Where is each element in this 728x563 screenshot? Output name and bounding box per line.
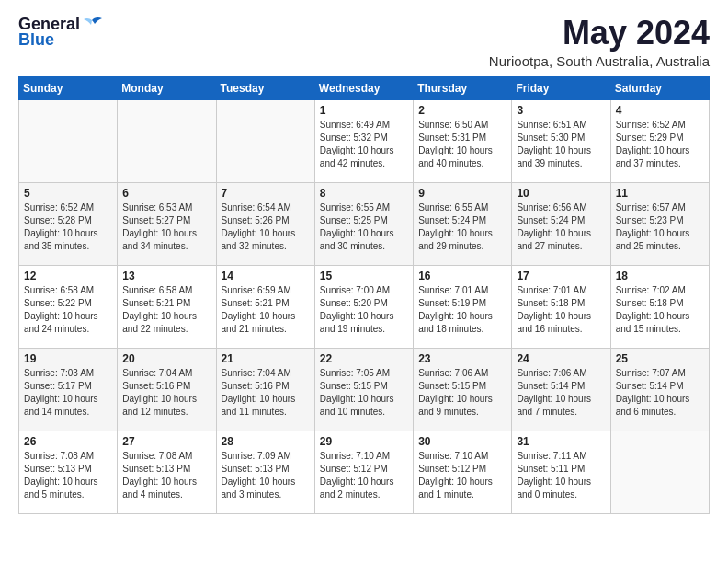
calendar-cell: 17Sunrise: 7:01 AM Sunset: 5:18 PM Dayli… xyxy=(512,265,610,348)
calendar-cell xyxy=(19,99,118,182)
cell-daylight-info: Sunrise: 7:10 AM Sunset: 5:12 PM Dayligh… xyxy=(418,450,506,501)
cell-daylight-info: Sunrise: 6:58 AM Sunset: 5:22 PM Dayligh… xyxy=(24,284,112,336)
cell-daylight-info: Sunrise: 6:56 AM Sunset: 5:24 PM Dayligh… xyxy=(517,201,605,253)
cell-daylight-info: Sunrise: 6:58 AM Sunset: 5:21 PM Dayligh… xyxy=(122,284,210,336)
calendar-cell: 5Sunrise: 6:52 AM Sunset: 5:28 PM Daylig… xyxy=(19,182,118,265)
day-number: 1 xyxy=(320,104,408,117)
title-block: May 2024 Nuriootpa, South Australia, Aus… xyxy=(489,15,710,69)
calendar-cell: 7Sunrise: 6:54 AM Sunset: 5:26 PM Daylig… xyxy=(216,182,314,265)
cell-daylight-info: Sunrise: 6:49 AM Sunset: 5:32 PM Dayligh… xyxy=(320,119,408,170)
calendar-cell: 29Sunrise: 7:10 AM Sunset: 5:12 PM Dayli… xyxy=(314,431,413,513)
day-number: 25 xyxy=(616,352,704,365)
calendar-cell: 30Sunrise: 7:10 AM Sunset: 5:12 PM Dayli… xyxy=(414,431,512,513)
day-header-wednesday: Wednesday xyxy=(314,76,413,99)
cell-daylight-info: Sunrise: 7:09 AM Sunset: 5:13 PM Dayligh… xyxy=(222,450,310,501)
day-number: 23 xyxy=(418,352,506,365)
day-header-friday: Friday xyxy=(512,76,610,99)
calendar-cell: 6Sunrise: 6:53 AM Sunset: 5:27 PM Daylig… xyxy=(118,182,216,265)
day-number: 6 xyxy=(122,187,210,200)
cell-daylight-info: Sunrise: 6:59 AM Sunset: 5:21 PM Dayligh… xyxy=(222,284,310,336)
day-number: 21 xyxy=(222,352,310,365)
cell-daylight-info: Sunrise: 6:57 AM Sunset: 5:23 PM Dayligh… xyxy=(616,201,704,253)
day-number: 12 xyxy=(24,270,112,282)
day-header-sunday: Sunday xyxy=(19,76,118,99)
calendar-cell: 15Sunrise: 7:00 AM Sunset: 5:20 PM Dayli… xyxy=(314,265,413,348)
calendar-cell: 22Sunrise: 7:05 AM Sunset: 5:15 PM Dayli… xyxy=(314,348,413,431)
calendar-cell: 9Sunrise: 6:55 AM Sunset: 5:24 PM Daylig… xyxy=(414,182,512,265)
cell-daylight-info: Sunrise: 7:10 AM Sunset: 5:12 PM Dayligh… xyxy=(320,450,408,501)
day-header-monday: Monday xyxy=(118,76,216,99)
cell-daylight-info: Sunrise: 7:01 AM Sunset: 5:18 PM Dayligh… xyxy=(517,284,605,336)
calendar-week-row: 26Sunrise: 7:08 AM Sunset: 5:13 PM Dayli… xyxy=(19,431,710,513)
calendar-table: SundayMondayTuesdayWednesdayThursdayFrid… xyxy=(18,76,710,514)
day-number: 3 xyxy=(517,104,605,117)
calendar-cell: 31Sunrise: 7:11 AM Sunset: 5:11 PM Dayli… xyxy=(512,431,610,513)
cell-daylight-info: Sunrise: 7:07 AM Sunset: 5:14 PM Dayligh… xyxy=(616,367,704,419)
day-header-saturday: Saturday xyxy=(610,76,709,99)
day-number: 4 xyxy=(616,104,704,117)
calendar-cell: 3Sunrise: 6:51 AM Sunset: 5:30 PM Daylig… xyxy=(512,99,610,182)
day-number: 15 xyxy=(320,270,408,282)
cell-daylight-info: Sunrise: 6:51 AM Sunset: 5:30 PM Dayligh… xyxy=(517,119,605,170)
calendar-cell: 4Sunrise: 6:52 AM Sunset: 5:29 PM Daylig… xyxy=(610,99,709,182)
cell-daylight-info: Sunrise: 6:50 AM Sunset: 5:31 PM Dayligh… xyxy=(418,119,506,170)
calendar-cell: 24Sunrise: 7:06 AM Sunset: 5:14 PM Dayli… xyxy=(512,348,610,431)
day-number: 11 xyxy=(616,187,704,200)
cell-daylight-info: Sunrise: 7:02 AM Sunset: 5:18 PM Dayligh… xyxy=(616,284,704,336)
day-number: 22 xyxy=(320,352,408,365)
cell-daylight-info: Sunrise: 6:52 AM Sunset: 5:29 PM Dayligh… xyxy=(616,119,704,170)
day-number: 28 xyxy=(222,435,310,448)
day-number: 16 xyxy=(418,270,506,282)
cell-daylight-info: Sunrise: 7:08 AM Sunset: 5:13 PM Dayligh… xyxy=(122,450,210,501)
cell-daylight-info: Sunrise: 7:01 AM Sunset: 5:19 PM Dayligh… xyxy=(418,284,506,336)
day-number: 5 xyxy=(24,187,112,200)
calendar-cell xyxy=(118,99,216,182)
cell-daylight-info: Sunrise: 7:03 AM Sunset: 5:17 PM Dayligh… xyxy=(24,367,112,419)
calendar-cell: 13Sunrise: 6:58 AM Sunset: 5:21 PM Dayli… xyxy=(118,265,216,348)
day-number: 8 xyxy=(320,187,408,200)
calendar-cell: 2Sunrise: 6:50 AM Sunset: 5:31 PM Daylig… xyxy=(414,99,512,182)
day-number: 14 xyxy=(222,270,310,282)
cell-daylight-info: Sunrise: 6:53 AM Sunset: 5:27 PM Dayligh… xyxy=(122,201,210,253)
header: General Blue May 2024 Nuriootpa, South A… xyxy=(18,15,710,69)
calendar-cell: 27Sunrise: 7:08 AM Sunset: 5:13 PM Dayli… xyxy=(118,431,216,513)
calendar-cell: 19Sunrise: 7:03 AM Sunset: 5:17 PM Dayli… xyxy=(19,348,118,431)
calendar-week-row: 5Sunrise: 6:52 AM Sunset: 5:28 PM Daylig… xyxy=(19,182,710,265)
logo-blue-text: Blue xyxy=(18,30,54,50)
day-number: 26 xyxy=(24,435,112,448)
calendar-cell: 20Sunrise: 7:04 AM Sunset: 5:16 PM Dayli… xyxy=(118,348,216,431)
logo: General Blue xyxy=(18,15,102,50)
calendar-cell: 21Sunrise: 7:04 AM Sunset: 5:16 PM Dayli… xyxy=(216,348,314,431)
day-number: 17 xyxy=(517,270,605,282)
cell-daylight-info: Sunrise: 7:08 AM Sunset: 5:13 PM Dayligh… xyxy=(24,450,112,501)
calendar-week-row: 12Sunrise: 6:58 AM Sunset: 5:22 PM Dayli… xyxy=(19,265,710,348)
calendar-cell: 26Sunrise: 7:08 AM Sunset: 5:13 PM Dayli… xyxy=(19,431,118,513)
calendar-cell: 12Sunrise: 6:58 AM Sunset: 5:22 PM Dayli… xyxy=(19,265,118,348)
calendar-cell: 10Sunrise: 6:56 AM Sunset: 5:24 PM Dayli… xyxy=(512,182,610,265)
day-header-thursday: Thursday xyxy=(414,76,512,99)
day-number: 29 xyxy=(320,435,408,448)
cell-daylight-info: Sunrise: 7:04 AM Sunset: 5:16 PM Dayligh… xyxy=(122,367,210,419)
calendar-header-row: SundayMondayTuesdayWednesdayThursdayFrid… xyxy=(19,76,710,99)
cell-daylight-info: Sunrise: 7:04 AM Sunset: 5:16 PM Dayligh… xyxy=(222,367,310,419)
calendar-cell: 1Sunrise: 6:49 AM Sunset: 5:32 PM Daylig… xyxy=(314,99,413,182)
calendar-cell: 16Sunrise: 7:01 AM Sunset: 5:19 PM Dayli… xyxy=(414,265,512,348)
location-subtitle: Nuriootpa, South Australia, Australia xyxy=(489,53,710,69)
cell-daylight-info: Sunrise: 7:11 AM Sunset: 5:11 PM Dayligh… xyxy=(517,450,605,501)
calendar-week-row: 19Sunrise: 7:03 AM Sunset: 5:17 PM Dayli… xyxy=(19,348,710,431)
day-number: 9 xyxy=(418,187,506,200)
day-number: 20 xyxy=(122,352,210,365)
cell-daylight-info: Sunrise: 6:54 AM Sunset: 5:26 PM Dayligh… xyxy=(222,201,310,253)
calendar-cell xyxy=(610,431,709,513)
cell-daylight-info: Sunrise: 7:06 AM Sunset: 5:15 PM Dayligh… xyxy=(418,367,506,419)
day-number: 31 xyxy=(517,435,605,448)
logo-bird-icon xyxy=(82,17,102,33)
calendar-cell: 23Sunrise: 7:06 AM Sunset: 5:15 PM Dayli… xyxy=(414,348,512,431)
calendar-cell: 8Sunrise: 6:55 AM Sunset: 5:25 PM Daylig… xyxy=(314,182,413,265)
day-number: 24 xyxy=(517,352,605,365)
cell-daylight-info: Sunrise: 7:06 AM Sunset: 5:14 PM Dayligh… xyxy=(517,367,605,419)
calendar-cell: 14Sunrise: 6:59 AM Sunset: 5:21 PM Dayli… xyxy=(216,265,314,348)
cell-daylight-info: Sunrise: 7:05 AM Sunset: 5:15 PM Dayligh… xyxy=(320,367,408,419)
calendar-week-row: 1Sunrise: 6:49 AM Sunset: 5:32 PM Daylig… xyxy=(19,99,710,182)
day-number: 19 xyxy=(24,352,112,365)
